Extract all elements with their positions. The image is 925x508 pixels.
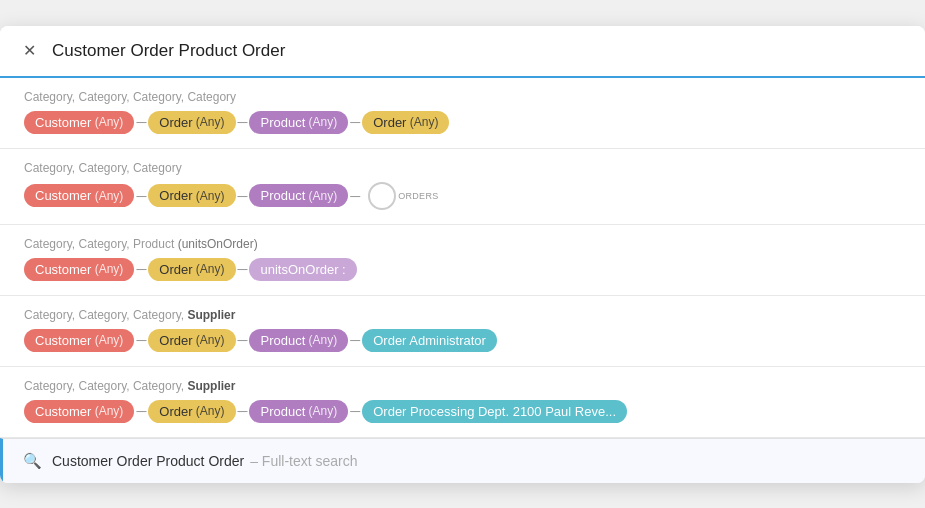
chip-order2-1: Order (Any)	[362, 111, 449, 134]
result-row-5[interactable]: Category, Category, Category, Supplier C…	[0, 367, 925, 438]
search-header: ✕	[0, 26, 925, 78]
search-icon: 🔍	[23, 452, 42, 470]
chip-customer-3: Customer (Any)	[24, 258, 134, 281]
chip-customer-2: Customer (Any)	[24, 184, 134, 207]
chain-2: Customer (Any) ─ Order (Any) ─ Product (…	[24, 182, 901, 210]
orders-label: ORDERS	[398, 191, 438, 201]
results-list: Category, Category, Category, Category C…	[0, 78, 925, 438]
arrow: ─	[238, 114, 248, 130]
row-label-2: Category, Category, Category	[24, 161, 901, 175]
chip-order-processing: Order Processing Dept. 2100 Paul Reve...	[362, 400, 627, 423]
arrow: ─	[238, 403, 248, 419]
arrow: ─	[136, 114, 146, 130]
chip-product-1: Product (Any)	[249, 111, 348, 134]
arrow: ─	[350, 332, 360, 348]
close-button[interactable]: ✕	[18, 40, 40, 62]
chip-order-2: Order (Any)	[148, 184, 235, 207]
result-row-2[interactable]: Category, Category, Category Customer (A…	[0, 149, 925, 225]
arrow: ─	[350, 403, 360, 419]
arrow: ─	[238, 332, 248, 348]
result-row-1[interactable]: Category, Category, Category, Category C…	[0, 78, 925, 149]
result-row-3[interactable]: Category, Category, Product (unitsOnOrde…	[0, 225, 925, 296]
chain-1: Customer (Any) ─ Order (Any) ─ Product (…	[24, 111, 901, 134]
arrow: ─	[238, 261, 248, 277]
chip-product-4: Product (Any)	[249, 329, 348, 352]
circle-node	[368, 182, 396, 210]
row-label-3: Category, Category, Product (unitsOnOrde…	[24, 237, 901, 251]
chip-order-4: Order (Any)	[148, 329, 235, 352]
chip-customer-1: Customer (Any)	[24, 111, 134, 134]
row-label-1: Category, Category, Category, Category	[24, 90, 901, 104]
search-footer[interactable]: 🔍 Customer Order Product Order – Full-te…	[0, 438, 925, 483]
chip-customer-4: Customer (Any)	[24, 329, 134, 352]
arrow: ─	[350, 188, 360, 204]
chain-4: Customer (Any) ─ Order (Any) ─ Product (…	[24, 329, 901, 352]
chip-order-1: Order (Any)	[148, 111, 235, 134]
arrow: ─	[136, 188, 146, 204]
chip-product-5: Product (Any)	[249, 400, 348, 423]
chip-unitsonorder: unitsOnOrder :	[249, 258, 356, 281]
row-label-4: Category, Category, Category, Supplier	[24, 308, 901, 322]
chip-customer-5: Customer (Any)	[24, 400, 134, 423]
arrow: ─	[136, 332, 146, 348]
chain-5: Customer (Any) ─ Order (Any) ─ Product (…	[24, 400, 901, 423]
chain-3: Customer (Any) ─ Order (Any) ─ unitsOnOr…	[24, 258, 901, 281]
chip-order-3: Order (Any)	[148, 258, 235, 281]
arrow: ─	[350, 114, 360, 130]
search-input[interactable]	[52, 41, 907, 61]
search-dialog: ✕ Category, Category, Category, Category…	[0, 26, 925, 483]
result-row-4[interactable]: Category, Category, Category, Supplier C…	[0, 296, 925, 367]
chip-order-5: Order (Any)	[148, 400, 235, 423]
footer-hint: – Full-text search	[250, 453, 357, 469]
arrow: ─	[136, 261, 146, 277]
chip-product-2: Product (Any)	[249, 184, 348, 207]
footer-query: Customer Order Product Order	[52, 453, 244, 469]
arrow: ─	[238, 188, 248, 204]
row-label-5: Category, Category, Category, Supplier	[24, 379, 901, 393]
chip-order-admin: Order Administrator	[362, 329, 497, 352]
arrow: ─	[136, 403, 146, 419]
